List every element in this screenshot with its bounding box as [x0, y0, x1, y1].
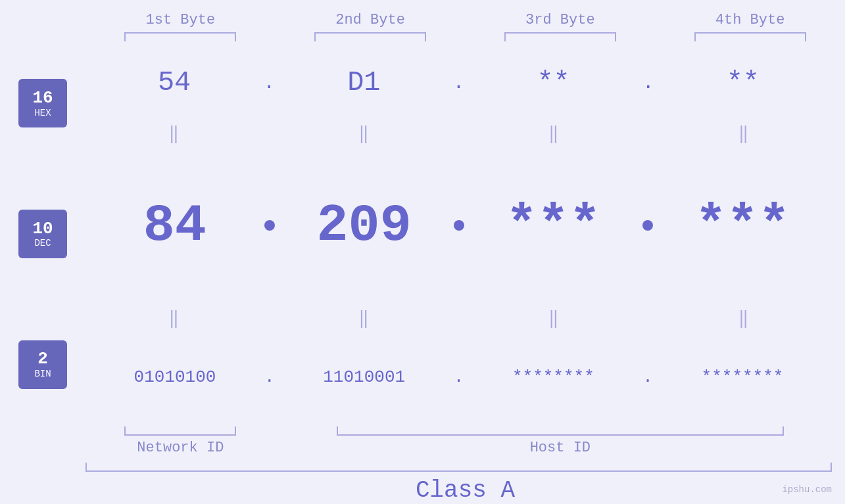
hex-val-1: 54 [85, 67, 263, 99]
bin-val-1: 01010100 [85, 367, 264, 387]
bin-byte-4: ******** [702, 367, 784, 387]
bin-badge-unit: BIN [34, 369, 51, 379]
bottom-brackets-section: Network ID Host ID Class A [0, 426, 845, 504]
dec-badge: 10 DEC [18, 210, 67, 258]
dec-val-3: *** [464, 196, 643, 256]
byte-header-1: 1st Byte [85, 12, 276, 28]
bracket-bottoms-row [85, 426, 845, 436]
sep-row-1: ‖ ‖ ‖ ‖ [85, 124, 845, 143]
bracket-top-1 [85, 32, 276, 41]
cols-wrapper: 16 HEX 10 DEC 2 BIN 54 . D1 [0, 41, 845, 426]
bin-row: 01010100 . 11010001 . ******** . *******… [85, 328, 845, 426]
dec-val-1: 84 [85, 196, 264, 256]
byte-header-4: 4th Byte [655, 12, 845, 28]
dec-val-4: *** [653, 196, 832, 256]
bin-badge-num: 2 [37, 350, 48, 369]
hex-byte-1: 54 [158, 67, 191, 99]
sep-1-3: ‖ [466, 123, 642, 144]
watermark: ipshu.com [782, 484, 832, 495]
hex-badge: 16 HEX [18, 79, 67, 127]
dec-byte-2: 209 [317, 196, 412, 256]
dec-byte-1: 84 [143, 196, 206, 256]
sep-1-2: ‖ [276, 123, 452, 144]
id-labels-row: Network ID Host ID [85, 440, 845, 456]
bin-val-2: 11010001 [275, 367, 454, 387]
hex-val-3: ** [465, 67, 642, 99]
bin-byte-3: ******** [512, 367, 594, 387]
dec-badge-unit: DEC [34, 238, 51, 248]
data-area: 54 . D1 . ** . ** ‖ ‖ [85, 41, 845, 426]
byte-header-2: 2nd Byte [276, 12, 466, 28]
network-id-label: Network ID [137, 440, 224, 456]
sep-2-1: ‖ [85, 308, 262, 329]
hex-val-4: ** [654, 67, 832, 99]
bin-badge: 2 BIN [18, 340, 67, 389]
hex-row: 54 . D1 . ** . ** [85, 41, 845, 124]
bin-dot-2: . [454, 369, 464, 386]
sep-1-1: ‖ [85, 123, 262, 144]
hex-dot-2: . [452, 73, 464, 93]
bracket-top-2 [276, 32, 466, 41]
hex-dot-3: . [642, 73, 654, 93]
badges-column: 16 HEX 10 DEC 2 BIN [0, 41, 85, 426]
dec-val-2: 209 [275, 196, 454, 256]
dec-dot-3 [642, 220, 653, 231]
bin-val-3: ******** [464, 367, 642, 387]
bin-byte-2: 11010001 [323, 367, 405, 387]
hex-byte-4: ** [727, 67, 760, 99]
hex-dot-1: . [263, 73, 275, 93]
class-label-row: Class A [85, 477, 845, 504]
dec-byte-4: *** [695, 196, 790, 256]
bracket-bottom-network [85, 426, 276, 436]
class-bracket-line [85, 463, 832, 472]
byte-headers-section: 1st Byte 2nd Byte 3rd Byte 4th Byte [0, 0, 845, 41]
class-bracket-section: Class A [85, 463, 845, 504]
sep-row-2: ‖ ‖ ‖ ‖ [85, 308, 845, 328]
bracket-top-4 [655, 32, 845, 41]
network-id-label-container: Network ID [85, 440, 276, 456]
dec-dot-2 [454, 220, 464, 231]
class-label: Class A [416, 477, 515, 504]
bin-byte-1: 01010100 [134, 367, 216, 387]
bin-dot-1: . [264, 369, 275, 386]
hex-val-2: D1 [275, 67, 452, 99]
dec-dot-1 [264, 220, 275, 231]
dec-badge-num: 10 [32, 219, 53, 239]
bin-val-4: ******** [653, 367, 832, 387]
hex-byte-2: D1 [347, 67, 380, 99]
bin-dot-3: . [642, 369, 653, 386]
sep-2-4: ‖ [655, 308, 832, 329]
hex-byte-3: ** [537, 67, 569, 99]
sep-2-2: ‖ [276, 308, 452, 329]
sep-1-4: ‖ [655, 123, 832, 144]
sep-2-3: ‖ [466, 308, 642, 329]
hex-badge-num: 16 [32, 89, 53, 108]
dec-row: 84 209 *** *** [85, 143, 845, 308]
hex-badge-unit: HEX [34, 108, 51, 118]
byte-header-3: 3rd Byte [466, 12, 656, 28]
bracket-bottom-host [276, 426, 845, 436]
host-id-label: Host ID [530, 440, 591, 456]
bracket-top-3 [466, 32, 656, 41]
dec-byte-3: *** [506, 196, 600, 256]
main-container: 1st Byte 2nd Byte 3rd Byte 4th Byte [0, 0, 845, 504]
host-id-label-container: Host ID [276, 440, 845, 456]
